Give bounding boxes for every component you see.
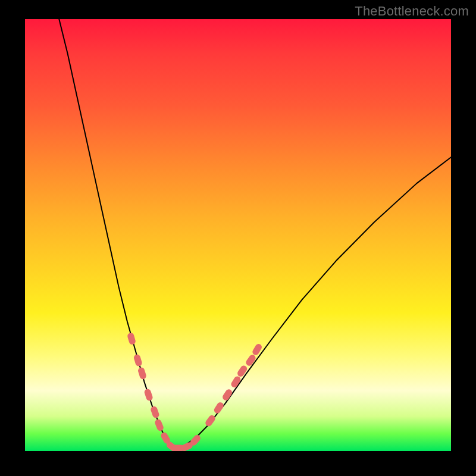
marker xyxy=(143,388,154,401)
marker xyxy=(127,332,136,345)
svg-rect-16 xyxy=(245,353,256,367)
marker xyxy=(245,353,256,367)
marker xyxy=(236,364,248,378)
marker xyxy=(133,353,143,367)
marker xyxy=(150,405,160,419)
svg-rect-2 xyxy=(137,367,147,380)
curve-right-branch xyxy=(174,157,451,449)
svg-rect-1 xyxy=(133,353,143,367)
scatter-markers xyxy=(127,332,263,451)
chart-svg xyxy=(25,19,451,451)
svg-rect-15 xyxy=(236,364,248,378)
marker xyxy=(213,401,225,415)
bottleneck-curve xyxy=(59,19,451,449)
marker xyxy=(137,367,147,380)
svg-rect-12 xyxy=(213,401,225,415)
svg-rect-3 xyxy=(143,388,154,401)
svg-rect-5 xyxy=(154,418,165,432)
plot-area xyxy=(25,19,451,451)
curve-left-branch xyxy=(59,19,174,449)
watermark-label: TheBottleneck.com xyxy=(355,4,469,19)
svg-rect-0 xyxy=(127,332,136,345)
chart-frame: TheBottleneck.com xyxy=(0,0,476,476)
marker xyxy=(154,418,165,432)
svg-rect-4 xyxy=(150,405,160,419)
